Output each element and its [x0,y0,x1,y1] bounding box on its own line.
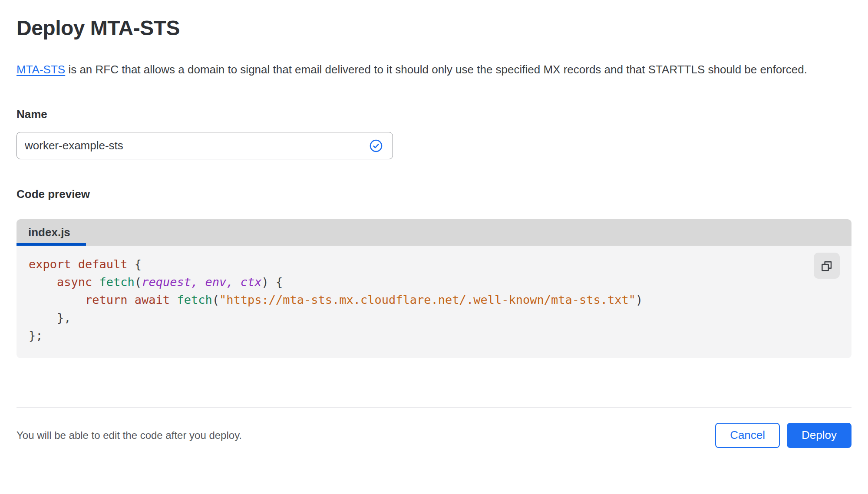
tab-index-js[interactable]: index.js [17,219,86,246]
code-content: export default { async fetch(request, en… [29,255,851,344]
name-input[interactable] [17,132,369,159]
cancel-button[interactable]: Cancel [715,423,780,448]
code-preview-label: Code preview [17,187,851,201]
description-text: is an RFC that allows a domain to signal… [65,63,807,76]
footer-bar: You will be able to edit the code after … [17,423,851,448]
copy-code-button[interactable] [814,253,840,279]
footer-actions: Cancel Deploy [715,423,851,448]
name-input-wrapper [17,132,393,159]
deploy-button[interactable]: Deploy [787,423,851,448]
code-tab-bar: index.js [17,219,851,246]
description: MTA-STS is an RFC that allows a domain t… [17,60,835,79]
copy-icon [820,259,833,272]
code-editor: export default { async fetch(request, en… [17,246,851,358]
check-circle-icon [369,139,383,153]
tab-label: index.js [28,226,70,239]
footer-note: You will be able to edit the code after … [17,429,242,441]
deploy-mta-sts-page: Deploy MTA-STS MTA-STS is an RFC that al… [0,0,868,494]
mta-sts-link[interactable]: MTA-STS [17,63,65,76]
name-label: Name [17,107,851,121]
page-title: Deploy MTA-STS [17,15,851,42]
code-preview-panel: index.js export default { async fetch(re… [17,219,851,358]
footer-divider [17,407,851,408]
